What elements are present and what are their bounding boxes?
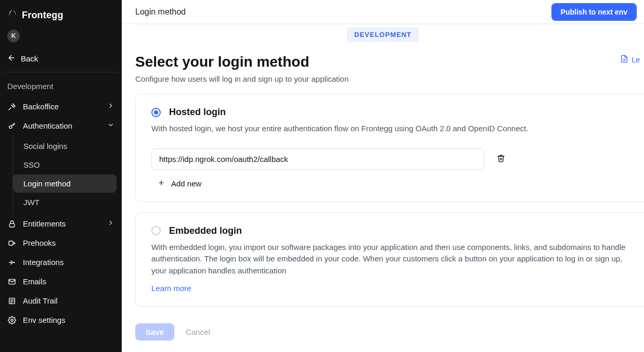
hosted-login-card: Hosted login With hosted login, we host … xyxy=(135,94,644,202)
embedded-login-title: Embedded login xyxy=(169,225,242,236)
sidebar-item-authentication[interactable]: Authentication xyxy=(0,116,122,135)
sidebar-item-label: Integrations xyxy=(23,258,63,267)
hosted-login-description: With hosted login, we host your entire a… xyxy=(151,123,628,135)
env-label: Development xyxy=(0,77,122,97)
embedded-login-description: With embedded login, you import our soft… xyxy=(151,242,628,277)
sidebar: Frontegg K Back Development Backoffice A… xyxy=(0,0,122,352)
embedded-login-radio[interactable] xyxy=(151,226,161,235)
authentication-subnav: Social logins SSO Login method JWT xyxy=(12,135,122,214)
sidebar-item-login-method[interactable]: Login method xyxy=(13,174,117,193)
hosted-login-title: Hosted login xyxy=(169,107,226,118)
sidebar-item-jwt[interactable]: JWT xyxy=(13,193,117,211)
footer-actions: Save Cancel xyxy=(122,317,644,341)
svg-point-9 xyxy=(11,319,13,321)
sidebar-item-prehooks[interactable]: Prehooks xyxy=(0,233,122,253)
key-icon xyxy=(7,122,17,130)
webhook-icon xyxy=(7,239,17,247)
docs-link-label: Le xyxy=(632,56,640,64)
arrow-left-icon xyxy=(7,54,16,64)
svg-rect-2 xyxy=(9,223,14,227)
mail-icon xyxy=(7,278,17,286)
publish-button[interactable]: Publish to next env xyxy=(551,3,637,21)
gear-icon xyxy=(7,316,17,324)
sidebar-item-label: Entitlements xyxy=(23,219,66,228)
page-subtitle: Configure how users will log in and sign… xyxy=(135,74,630,83)
main: Login method Publish to next env DEVELOP… xyxy=(122,0,644,352)
topbar: Login method Publish to next env xyxy=(122,0,644,24)
env-badge-row: DEVELOPMENT xyxy=(135,24,630,42)
sidebar-item-label: Prehooks xyxy=(23,238,56,247)
avatar[interactable]: K xyxy=(7,30,20,42)
sidebar-item-backoffice[interactable]: Backoffice xyxy=(0,97,122,116)
brand-header: Frontegg xyxy=(0,0,122,30)
chevron-right-icon xyxy=(107,102,114,111)
brand-logo-icon xyxy=(7,9,18,21)
svg-rect-3 xyxy=(9,241,13,245)
page-breadcrumb: Login method xyxy=(135,7,186,17)
sidebar-item-env-settings[interactable]: Env settings xyxy=(0,310,122,330)
add-callback-button[interactable]: Add new xyxy=(151,179,628,188)
hosted-login-radio[interactable] xyxy=(151,108,161,117)
save-button[interactable]: Save xyxy=(135,323,174,341)
env-badge: DEVELOPMENT xyxy=(347,28,419,42)
plus-icon xyxy=(158,179,165,188)
sidebar-item-entitlements[interactable]: Entitlements xyxy=(0,214,122,233)
sidebar-separator xyxy=(3,72,119,72)
brand-name: Frontegg xyxy=(22,10,63,21)
embedded-login-card: Embedded login With embedded login, you … xyxy=(135,212,644,307)
tools-icon xyxy=(7,103,17,111)
trash-icon xyxy=(497,157,505,165)
chevron-down-icon xyxy=(107,121,114,130)
page-title: Select your login method xyxy=(135,54,630,70)
integrations-icon xyxy=(7,258,17,267)
delete-callback-button[interactable] xyxy=(495,152,507,167)
sidebar-item-label: Env settings xyxy=(23,316,66,324)
sidebar-item-sso[interactable]: SSO xyxy=(13,156,117,174)
sidebar-item-integrations[interactable]: Integrations xyxy=(0,253,122,272)
back-button[interactable]: Back xyxy=(0,48,122,72)
sidebar-item-emails[interactable]: Emails xyxy=(0,272,122,291)
learn-more-link[interactable]: Learn more xyxy=(151,284,191,293)
add-callback-label: Add new xyxy=(171,179,201,188)
back-label: Back xyxy=(21,54,38,63)
sidebar-item-audit-trail[interactable]: Audit Trail xyxy=(0,291,122,310)
document-icon xyxy=(620,55,628,65)
sidebar-item-label: Audit Trail xyxy=(23,296,58,305)
avatar-row: K xyxy=(0,30,122,48)
sidebar-item-label: Emails xyxy=(23,277,46,286)
sidebar-item-label: Backoffice xyxy=(23,102,59,111)
sidebar-item-label: Authentication xyxy=(23,121,72,130)
sidebar-item-social-logins[interactable]: Social logins xyxy=(13,137,117,155)
lock-icon xyxy=(7,220,17,228)
cancel-button[interactable]: Cancel xyxy=(186,328,210,336)
chevron-right-icon xyxy=(107,219,114,228)
callback-url-input[interactable] xyxy=(151,148,484,170)
docs-link[interactable]: Le xyxy=(620,55,640,65)
list-icon xyxy=(7,297,17,305)
